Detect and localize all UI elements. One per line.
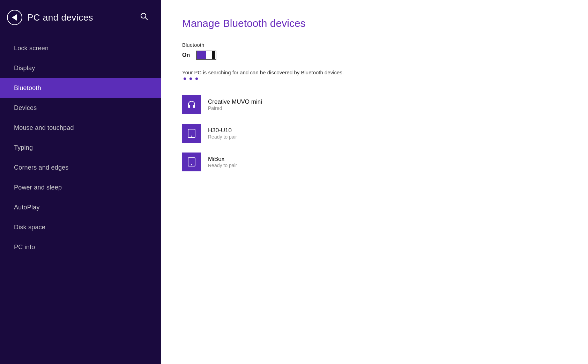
sidebar-item-autoplay[interactable]: AutoPlay xyxy=(0,198,161,217)
device-item-2[interactable]: MiBoxReady to pair xyxy=(182,148,567,176)
device-icon-2 xyxy=(182,153,201,171)
device-icon-0 xyxy=(182,95,201,114)
device-info-0: Creative MUVO miniPaired xyxy=(208,98,262,111)
page-title: Manage Bluetooth devices xyxy=(182,17,567,29)
sidebar-item-pc-info[interactable]: PC info xyxy=(0,237,161,257)
sidebar-item-bluetooth[interactable]: Bluetooth xyxy=(0,78,161,98)
device-status-1: Ready to pair xyxy=(208,134,237,140)
back-button[interactable] xyxy=(7,10,22,25)
sidebar-item-corners-and-edges[interactable]: Corners and edges xyxy=(0,158,161,178)
dot-3 xyxy=(195,77,198,80)
sidebar-item-typing[interactable]: Typing xyxy=(0,138,161,158)
svg-line-1 xyxy=(146,18,148,20)
device-icon-1 xyxy=(182,124,201,143)
svg-point-3 xyxy=(191,136,192,137)
device-item-1[interactable]: H30-U10Ready to pair xyxy=(182,119,567,148)
sidebar-item-power-and-sleep[interactable]: Power and sleep xyxy=(0,178,161,198)
device-name-0: Creative MUVO mini xyxy=(208,98,262,105)
device-info-1: H30-U10Ready to pair xyxy=(208,127,237,140)
search-dots xyxy=(182,77,567,80)
sidebar-item-display[interactable]: Display xyxy=(0,58,161,78)
dot-1 xyxy=(184,77,186,80)
device-name-2: MiBox xyxy=(208,156,237,163)
device-item-0[interactable]: Creative MUVO miniPaired xyxy=(182,90,567,119)
device-name-1: H30-U10 xyxy=(208,127,237,134)
toggle-right xyxy=(212,51,215,59)
device-list: Creative MUVO miniPaired H30-U10Ready to… xyxy=(182,90,567,176)
device-info-2: MiBoxReady to pair xyxy=(208,156,237,168)
back-arrow-icon xyxy=(12,14,17,21)
bluetooth-label: Bluetooth xyxy=(182,42,567,48)
device-status-2: Ready to pair xyxy=(208,163,237,168)
svg-point-0 xyxy=(141,13,146,18)
nav-list: Lock screenDisplayBluetoothDevicesMouse … xyxy=(0,38,161,257)
dot-2 xyxy=(189,77,192,80)
toggle-state-label: On xyxy=(182,52,190,58)
sidebar-header: PC and devices xyxy=(0,0,161,35)
svg-point-5 xyxy=(191,164,192,165)
bluetooth-toggle[interactable] xyxy=(196,51,216,60)
sidebar-title: PC and devices xyxy=(27,12,93,23)
search-message: Your PC is searching for and can be disc… xyxy=(182,69,567,75)
toggle-thumb xyxy=(197,51,206,59)
sidebar-item-devices[interactable]: Devices xyxy=(0,98,161,118)
sidebar-item-mouse-and-touchpad[interactable]: Mouse and touchpad xyxy=(0,118,161,138)
sidebar-item-lock-screen[interactable]: Lock screen xyxy=(0,38,161,58)
sidebar-item-disk-space[interactable]: Disk space xyxy=(0,217,161,237)
sidebar: PC and devices Lock screenDisplayBluetoo… xyxy=(0,0,161,364)
search-button[interactable] xyxy=(137,11,151,24)
main-content: Manage Bluetooth devices Bluetooth On Yo… xyxy=(161,0,588,364)
device-status-0: Paired xyxy=(208,105,262,111)
toggle-row: On xyxy=(182,51,567,60)
